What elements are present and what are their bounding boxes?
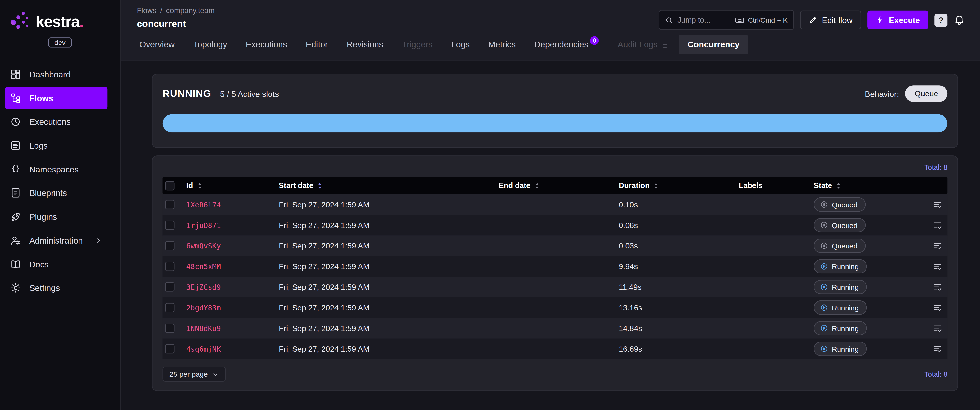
executions-icon	[10, 116, 21, 127]
start-date-cell: Fri, Sep 27, 2024 1:59 AM	[276, 283, 496, 291]
sidebar-item-dashboard[interactable]: Dashboard	[5, 63, 108, 86]
tab-overview[interactable]: Overview	[130, 35, 183, 54]
row-checkbox[interactable]	[165, 324, 175, 333]
tab-topology[interactable]: Topology	[185, 35, 236, 54]
state-badge: Running	[814, 300, 867, 315]
tab-badge: 0	[590, 36, 599, 45]
column-id[interactable]: Id	[184, 181, 276, 190]
table-row[interactable]: 4sq6mjNK Fri, Sep 27, 2024 1:59 AM 16.69…	[162, 338, 948, 359]
row-checkbox[interactable]	[165, 262, 175, 271]
column-start-date[interactable]: Start date	[276, 181, 496, 190]
duration-cell: 11.49s	[616, 283, 736, 291]
breadcrumb-namespace[interactable]: company.team	[166, 6, 215, 15]
execution-id-link[interactable]: 6wmQvSKy	[186, 242, 221, 250]
sidebar-item-administration[interactable]: Administration	[5, 229, 108, 252]
table-body: 1XeR6l74 Fri, Sep 27, 2024 1:59 AM 0.10s…	[162, 194, 948, 359]
row-checkbox[interactable]	[165, 303, 175, 312]
table-header: Id Start date End date Duration Labels S…	[162, 177, 948, 194]
flows-icon	[10, 92, 21, 104]
tab-label: Dependencies	[534, 40, 588, 49]
execution-id-link[interactable]: 1rjuD871	[186, 221, 221, 230]
total-count-top: Total: 8	[162, 164, 948, 171]
state-icon	[820, 221, 828, 229]
tab-revisions[interactable]: Revisions	[338, 35, 392, 54]
execute-button[interactable]: Execute	[867, 11, 928, 29]
select-all-checkbox[interactable]	[165, 181, 175, 190]
sidebar-item-label: Settings	[29, 283, 60, 293]
row-overview-icon[interactable]	[932, 282, 943, 292]
help-button[interactable]: ?	[934, 13, 947, 27]
flow-tabs: Overview Topology Executions Editor Revi…	[121, 31, 980, 61]
tab-label: Audit Logs	[617, 40, 657, 49]
sidebar-item-blueprints[interactable]: Blueprints	[5, 182, 108, 204]
sidebar-item-label: Docs	[29, 259, 49, 269]
execution-id-link[interactable]: 1NN8dKu9	[186, 324, 221, 332]
sidebar-item-namespaces[interactable]: Namespaces	[5, 158, 108, 181]
row-overview-icon[interactable]	[932, 220, 943, 230]
bolt-icon	[876, 16, 885, 24]
row-checkbox[interactable]	[165, 221, 175, 230]
sidebar-item-logs[interactable]: Logs	[5, 134, 108, 157]
tab-editor[interactable]: Editor	[297, 35, 337, 54]
table-row[interactable]: 2bgdY83m Fri, Sep 27, 2024 1:59 AM 13.16…	[162, 297, 948, 318]
namespaces-icon	[10, 164, 21, 175]
tab-concurrency[interactable]: Concurrency	[679, 35, 748, 54]
row-overview-icon[interactable]	[932, 323, 943, 333]
column-duration[interactable]: Duration	[616, 181, 736, 190]
tab-dependencies[interactable]: Dependencies 0	[525, 35, 608, 54]
column-end-date[interactable]: End date	[496, 181, 616, 190]
row-checkbox[interactable]	[165, 344, 175, 354]
table-row[interactable]: 1NN8dKu9 Fri, Sep 27, 2024 1:59 AM 14.84…	[162, 318, 948, 338]
tab-audit-logs[interactable]: Audit Logs	[609, 35, 678, 54]
execution-id-link[interactable]: 3EjZCsd9	[186, 283, 221, 291]
sidebar-item-executions[interactable]: Executions	[5, 111, 108, 133]
duration-cell: 0.10s	[616, 200, 736, 209]
row-overview-icon[interactable]	[932, 241, 943, 251]
tab-executions[interactable]: Executions	[237, 35, 296, 54]
state-badge: Running	[814, 321, 867, 335]
sidebar-item-docs[interactable]: Docs	[5, 253, 108, 275]
row-checkbox[interactable]	[165, 241, 175, 251]
tab-label: Editor	[306, 40, 328, 49]
row-overview-icon[interactable]	[932, 303, 943, 313]
sidebar-item-settings[interactable]: Settings	[5, 277, 108, 299]
row-overview-icon[interactable]	[932, 261, 943, 271]
table-row[interactable]: 6wmQvSKy Fri, Sep 27, 2024 1:59 AM 0.03s…	[162, 235, 948, 256]
keyboard-icon	[735, 15, 744, 25]
sidebar-item-plugins[interactable]: Plugins	[5, 205, 108, 228]
table-row[interactable]: 1XeR6l74 Fri, Sep 27, 2024 1:59 AM 0.10s…	[162, 194, 948, 215]
sidebar-item-label: Administration	[29, 236, 83, 245]
behavior-value-pill[interactable]: Queue	[905, 86, 948, 102]
execution-id-link[interactable]: 1XeR6l74	[186, 200, 221, 209]
row-checkbox[interactable]	[165, 282, 175, 292]
state-icon	[820, 324, 828, 332]
duration-cell: 0.03s	[616, 242, 736, 250]
tab-logs[interactable]: Logs	[442, 35, 478, 54]
state-badge: Queued	[814, 238, 865, 253]
tab-triggers[interactable]: Triggers	[393, 35, 441, 54]
table-row[interactable]: 3EjZCsd9 Fri, Sep 27, 2024 1:59 AM 11.49…	[162, 277, 948, 297]
table-row[interactable]: 1rjuD871 Fri, Sep 27, 2024 1:59 AM 0.06s…	[162, 215, 948, 235]
row-overview-icon[interactable]	[932, 344, 943, 354]
plugins-icon	[10, 211, 21, 222]
tab-label: Logs	[451, 40, 469, 49]
blueprints-icon	[10, 187, 21, 199]
edit-flow-button[interactable]: Edit flow	[800, 11, 861, 29]
notifications-bell-icon[interactable]	[954, 14, 965, 25]
sidebar-item-flows[interactable]: Flows	[5, 87, 108, 109]
breadcrumb: Flows / company.team	[137, 6, 215, 15]
row-overview-icon[interactable]	[932, 200, 943, 210]
main-area: Flows / company.team concurrent Jump to.…	[121, 0, 980, 410]
table-row[interactable]: 48cn5xMM Fri, Sep 27, 2024 1:59 AM 9.94s…	[162, 256, 948, 277]
lock-icon	[661, 41, 669, 48]
jump-to-search[interactable]: Jump to... Ctrl/Cmd + K	[659, 10, 794, 30]
column-state[interactable]: State	[811, 181, 923, 190]
tab-metrics[interactable]: Metrics	[480, 35, 524, 54]
per-page-select[interactable]: 25 per page	[162, 367, 226, 381]
breadcrumb-flows[interactable]: Flows	[137, 6, 156, 15]
sidebar-item-label: Blueprints	[29, 188, 67, 198]
row-checkbox[interactable]	[165, 200, 175, 209]
execution-id-link[interactable]: 4sq6mjNK	[186, 345, 221, 353]
execution-id-link[interactable]: 2bgdY83m	[186, 303, 221, 312]
execution-id-link[interactable]: 48cn5xMM	[186, 262, 221, 271]
